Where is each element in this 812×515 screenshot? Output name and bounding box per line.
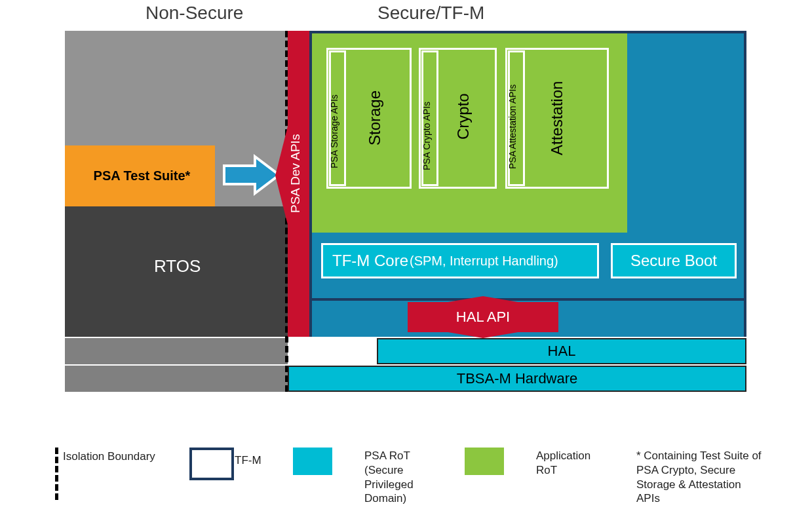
legend-psa-rot-4: Domain): [364, 491, 414, 506]
hal-api-label: HAL API: [456, 309, 510, 326]
legend-app-rot-1: Application: [536, 449, 590, 463]
psa-test-suite-label: PSA Test Suite*: [94, 168, 191, 183]
psa-dev-apis-label: PSA Dev APIs: [289, 126, 301, 221]
legend-psa-rot-1: PSA RoT: [364, 449, 414, 463]
legend-footnote: * Containing Test Suite of PSA Crypto, S…: [636, 449, 762, 506]
legend-app-rot-swatch: [465, 448, 504, 475]
hal-box: HAL: [377, 338, 746, 364]
legend-isolation-swatch: [55, 448, 58, 500]
storage-label: Storage: [367, 79, 383, 157]
crypto-label: Crypto: [455, 84, 471, 149]
secure-boot-label: Secure Boot: [630, 252, 717, 270]
rtos-label: RTOS: [154, 256, 201, 277]
hardware-box: TBSA-M Hardware: [288, 366, 746, 392]
legend-psa-rot-swatch: [293, 448, 332, 475]
crypto-api-label: PSA Crypto APIs: [422, 92, 431, 180]
hardware-label: TBSA-M Hardware: [457, 370, 578, 387]
arrow-test-to-api-icon: [219, 151, 284, 199]
attest-api-label: PSA Attestation APIs: [508, 71, 517, 182]
legend-app-rot-labels: Application RoT: [536, 449, 590, 478]
legend-app-rot-2: RoT: [536, 463, 590, 478]
legend-psa-rot-labels: PSA RoT (Secure Privileged Domain): [364, 449, 414, 506]
legend-tfm-label: TF-M: [235, 454, 261, 467]
legend-psa-rot-2: (Secure: [364, 463, 414, 478]
legend-note-3: Storage & Attestation: [636, 478, 762, 492]
nonsecure-hw-bg: [65, 366, 288, 392]
tfm-core-label: TF-M Core: [332, 252, 408, 270]
svg-marker-0: [224, 157, 279, 193]
psa-test-suite-box: PSA Test Suite*: [65, 145, 215, 206]
legend-isolation-label: Isolation Boundary: [63, 450, 155, 463]
hal-label: HAL: [548, 343, 576, 360]
legend-note-4: APIs: [636, 491, 762, 506]
title-secure: Secure/TF-M: [377, 3, 484, 24]
legend-tfm-swatch: [189, 448, 234, 480]
tfm-core-detail: (SPM, Interrupt Handling): [410, 254, 558, 269]
legend-psa-rot-3: Privileged: [364, 478, 414, 492]
attest-label: Attestation: [549, 66, 565, 170]
legend-note-2: PSA Crypto, Secure: [636, 463, 762, 478]
secure-boot-box: Secure Boot: [611, 243, 737, 278]
tfm-core-box: TF-M Core (SPM, Interrupt Handling): [321, 243, 599, 278]
legend-note-1: * Containing Test Suite of: [636, 449, 762, 463]
storage-api-label: PSA Storage APIs: [330, 82, 339, 181]
nonsecure-hal-bg: [65, 338, 288, 364]
title-nonsecure: Non-Secure: [145, 3, 243, 24]
hal-api-box: HAL API: [408, 302, 558, 332]
